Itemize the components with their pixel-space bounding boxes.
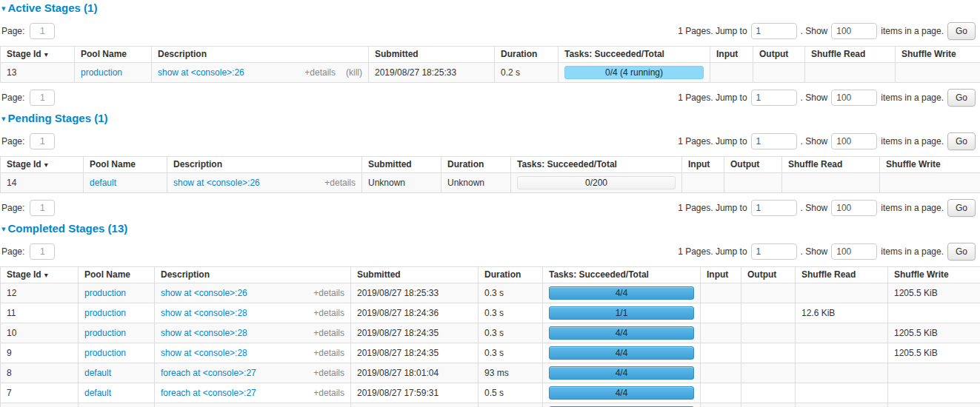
details-toggle[interactable]: +details <box>313 348 344 358</box>
task-progress-label: 4/4 <box>616 348 628 358</box>
column-header-shuffle-read[interactable]: Shuffle Read <box>782 157 880 173</box>
column-header-pool-name[interactable]: Pool Name <box>75 47 152 63</box>
page-number-input[interactable] <box>30 90 55 106</box>
stage-id-cell: 13 <box>1 63 75 83</box>
page-number-input[interactable] <box>30 200 55 216</box>
jump-to-input[interactable] <box>751 200 797 216</box>
stage-description-link[interactable]: show at <console>:28 <box>161 308 247 318</box>
column-header-output[interactable]: Output <box>724 157 782 173</box>
column-header-output[interactable]: Output <box>741 267 796 283</box>
stage-row: 14default+detailsshow at <console>:26Unk… <box>1 173 980 193</box>
details-toggle[interactable]: +details <box>304 67 336 78</box>
jump-to-input[interactable] <box>751 90 797 106</box>
column-header-tasks[interactable]: Tasks: Succeeded/Total <box>511 157 682 173</box>
page-number-input[interactable] <box>30 243 55 260</box>
jump-to-input[interactable] <box>751 133 797 149</box>
stage-description-link[interactable]: show at <console>:28 <box>161 348 247 358</box>
go-button[interactable]: Go <box>947 22 976 40</box>
column-header-stage-id[interactable]: Stage Id▾ <box>1 47 75 63</box>
shuffle-read-cell: 12.6 KiB <box>796 403 888 407</box>
section-title-link[interactable]: Pending Stages (1) <box>8 112 108 124</box>
input-cell <box>682 173 724 193</box>
column-header-description[interactable]: Description <box>167 157 362 173</box>
column-header-tasks[interactable]: Tasks: Succeeded/Total <box>543 267 701 283</box>
column-header-description[interactable]: Description <box>152 47 369 63</box>
kill-link[interactable]: (kill) <box>346 67 362 78</box>
go-button[interactable]: Go <box>947 199 976 217</box>
column-header-label: Duration <box>501 49 537 59</box>
stage-row: 12production+detailsshow at <console>:26… <box>1 283 980 303</box>
stage-description-link[interactable]: foreach at <console>:27 <box>161 388 256 398</box>
spark-stages-page: ▾Active Stages (1)Page:1 Pages. Jump to.… <box>0 2 980 407</box>
duration-cell: 0.2 s <box>495 63 559 83</box>
stage-description-link[interactable]: show at <console>:28 <box>161 328 247 338</box>
pool-name-link[interactable]: production <box>84 348 126 358</box>
column-header-shuffle-read[interactable]: Shuffle Read <box>796 267 888 283</box>
input-cell <box>701 383 741 403</box>
show-count-input[interactable] <box>831 243 877 260</box>
page-number-input[interactable] <box>30 133 55 149</box>
column-header-pool-name[interactable]: Pool Name <box>84 157 167 173</box>
items-per-page-label: items in a page. <box>881 92 944 103</box>
column-header-input[interactable]: Input <box>682 157 724 173</box>
details-toggle[interactable]: +details <box>324 178 356 188</box>
details-toggle[interactable]: +details <box>313 388 344 398</box>
show-count-input[interactable] <box>831 90 877 106</box>
stage-description-link[interactable]: show at <console>:26 <box>173 178 260 188</box>
details-toggle[interactable]: +details <box>313 328 344 338</box>
pool-name-link[interactable]: production <box>84 308 126 318</box>
pool-name-link[interactable]: default <box>90 178 116 188</box>
go-button[interactable]: Go <box>947 243 976 260</box>
stage-description-link[interactable]: show at <console>:26 <box>161 288 247 298</box>
stage-description-link[interactable]: show at <console>:26 <box>158 67 244 78</box>
details-toggle[interactable]: +details <box>313 368 344 378</box>
show-count-input[interactable] <box>831 200 877 216</box>
go-button[interactable]: Go <box>947 132 976 150</box>
stage-description-link[interactable]: foreach at <console>:27 <box>161 368 256 378</box>
column-header-submitted[interactable]: Submitted <box>369 47 495 63</box>
pool-name-link[interactable]: production <box>81 67 122 78</box>
column-header-output[interactable]: Output <box>753 47 805 63</box>
section-title-link[interactable]: Active Stages (1) <box>8 1 98 14</box>
page-number-input[interactable] <box>30 23 55 39</box>
column-header-shuffle-write[interactable]: Shuffle Write <box>880 157 980 173</box>
column-header-tasks[interactable]: Tasks: Succeeded/Total <box>559 47 710 63</box>
column-header-duration[interactable]: Duration <box>495 47 559 63</box>
column-header-submitted[interactable]: Submitted <box>362 157 441 173</box>
details-toggle[interactable]: +details <box>313 288 344 298</box>
pool-name-link[interactable]: production <box>84 288 126 298</box>
duration-cell: 0.3 s <box>479 303 543 323</box>
pool-name-link[interactable]: default <box>84 388 111 398</box>
pool-name-link[interactable]: default <box>84 368 111 378</box>
pagination-row: Page:1 Pages. Jump to. Showitems in a pa… <box>1 21 979 41</box>
column-header-duration[interactable]: Duration <box>479 267 543 283</box>
shuffle-read-cell <box>796 323 888 343</box>
column-header-submitted[interactable]: Submitted <box>351 267 479 283</box>
column-header-stage-id[interactable]: Stage Id▾ <box>1 157 84 173</box>
column-header-description[interactable]: Description <box>155 267 351 283</box>
output-cell <box>741 323 796 343</box>
pool-name-link[interactable]: production <box>84 328 126 338</box>
show-count-input[interactable] <box>831 133 877 149</box>
shuffle-write-cell <box>880 173 980 193</box>
jump-to-input[interactable] <box>751 243 797 260</box>
task-progress-label: 0/4 (4 running) <box>605 67 663 78</box>
column-header-shuffle-write[interactable]: Shuffle Write <box>888 267 980 283</box>
column-header-shuffle-write[interactable]: Shuffle Write <box>896 47 980 63</box>
input-cell <box>701 343 741 363</box>
go-button[interactable]: Go <box>947 89 976 107</box>
pages-count-text: 1 Pages. Jump to <box>678 246 747 257</box>
column-header-shuffle-read[interactable]: Shuffle Read <box>805 47 896 63</box>
column-header-input[interactable]: Input <box>701 267 741 283</box>
section-title-link[interactable]: Completed Stages (13) <box>8 222 128 235</box>
details-toggle[interactable]: +details <box>313 308 344 318</box>
description-cell: +detailsforeach at <console>:27 <box>155 383 351 403</box>
column-header-duration[interactable]: Duration <box>441 157 511 173</box>
tasks-cell: 4/4 <box>543 323 701 343</box>
column-header-input[interactable]: Input <box>710 47 753 63</box>
column-header-stage-id[interactable]: Stage Id▾ <box>1 267 79 283</box>
jump-to-input[interactable] <box>751 23 797 39</box>
show-count-input[interactable] <box>831 23 877 39</box>
detail-links-group: +details <box>313 329 344 338</box>
column-header-pool-name[interactable]: Pool Name <box>79 267 155 283</box>
